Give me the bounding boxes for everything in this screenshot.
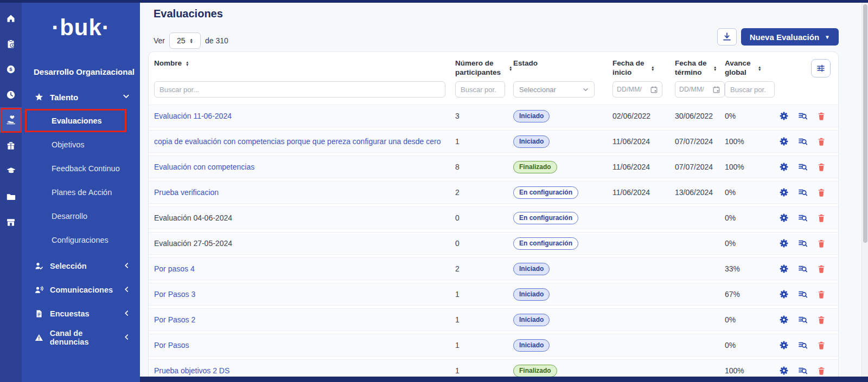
delete-trash-icon[interactable]	[817, 366, 826, 375]
filter-avance-input[interactable]	[725, 81, 775, 98]
sidebar-item-desarrollo[interactable]: Desarrollo	[22, 204, 140, 228]
scrollbar-thumb[interactable]	[863, 4, 867, 243]
detail-search-icon[interactable]	[798, 340, 808, 350]
delete-trash-icon[interactable]	[817, 112, 826, 121]
rail-item-talento[interactable]	[0, 107, 22, 133]
sort-icon[interactable]: ▲▼	[713, 66, 717, 71]
start-date: 11/06/2024	[607, 137, 669, 146]
delete-trash-icon[interactable]	[817, 188, 826, 197]
delete-trash-icon[interactable]	[817, 137, 826, 146]
sidebar-item-planes-de-accion[interactable]: Planes de Acción	[22, 180, 140, 204]
delete-trash-icon[interactable]	[817, 341, 826, 350]
page-size-value: 25	[177, 36, 186, 45]
rail-item-marketplace[interactable]	[0, 209, 22, 235]
evaluation-name-link[interactable]: Evaluación 27-05-2024	[154, 239, 232, 248]
settings-gear-icon[interactable]	[779, 366, 789, 375]
delete-trash-icon[interactable]	[817, 163, 826, 172]
participants-count: 1	[450, 366, 508, 375]
page-size-select[interactable]: 25 ▲▼	[169, 33, 201, 49]
rail-item-home[interactable]	[0, 5, 22, 31]
sidebar-item-talento[interactable]: Talento	[22, 85, 140, 109]
detail-search-icon[interactable]	[798, 238, 808, 248]
progress-value: 100%	[719, 163, 774, 171]
detail-search-icon[interactable]	[798, 315, 808, 325]
sort-icon[interactable]: ▲▼	[186, 61, 189, 66]
vertical-scrollbar[interactable]	[861, 0, 868, 382]
sort-icon[interactable]: ▲▼	[509, 66, 512, 71]
column-header-fecha-inicio[interactable]: Fecha de inicio ▲▼	[612, 59, 675, 77]
filter-participantes-input[interactable]	[455, 81, 505, 98]
rail-item-clock[interactable]	[0, 82, 22, 107]
settings-gear-icon[interactable]	[779, 162, 789, 172]
rail-item-benefits[interactable]	[0, 133, 22, 158]
progress-value: 0%	[719, 315, 774, 324]
settings-gear-icon[interactable]	[779, 264, 789, 274]
detail-search-icon[interactable]	[798, 366, 808, 375]
column-header-nombre[interactable]: Nombre ▲▼	[154, 59, 455, 68]
column-header-fecha-termino[interactable]: Fecha de término ▲▼	[675, 59, 725, 77]
evaluation-name-link[interactable]: Por Pasos 3	[154, 290, 195, 299]
settings-gear-icon[interactable]	[779, 187, 789, 197]
filter-fecha-inicio-input[interactable]: DD/MM/	[612, 81, 662, 98]
detail-search-icon[interactable]	[798, 187, 808, 197]
rail-item-clipboard[interactable]	[0, 31, 22, 56]
evaluation-name-link[interactable]: Prueba objetivos 2 DS	[154, 366, 229, 375]
evaluation-name-link[interactable]: Prueba verificacion	[154, 188, 219, 197]
settings-gear-icon[interactable]	[779, 137, 789, 146]
evaluation-name-link[interactable]: Por pasos 4	[154, 264, 195, 273]
rail-item-money[interactable]: $	[0, 56, 22, 82]
chevron-down-icon	[583, 87, 589, 93]
delete-trash-icon[interactable]	[817, 315, 826, 325]
sidebar-item-comunicaciones[interactable]: Comunicaciones	[22, 278, 140, 302]
status-badge: Iniciado	[513, 135, 550, 148]
sidebar-item-evaluaciones[interactable]: Evaluaciones	[22, 109, 140, 133]
rail-item-documents[interactable]	[0, 184, 22, 209]
download-button[interactable]	[717, 28, 737, 46]
detail-search-icon[interactable]	[798, 137, 808, 146]
evaluation-name-link[interactable]: Evaluación 11-06-2024	[154, 112, 232, 120]
delete-trash-icon[interactable]	[817, 290, 826, 299]
settings-gear-icon[interactable]	[779, 213, 789, 223]
evaluation-name-link[interactable]: Evaluación con competencias	[154, 163, 254, 171]
settings-gear-icon[interactable]	[779, 111, 789, 121]
sort-icon[interactable]: ▲▼	[758, 66, 761, 71]
start-date: 11/06/2024	[607, 163, 669, 171]
sidebar-item-encuestas[interactable]: Encuestas	[22, 302, 140, 326]
sort-icon[interactable]: ▲▼	[651, 66, 654, 71]
sidebar-item-objetivos[interactable]: Objetivos	[22, 133, 140, 157]
detail-search-icon[interactable]	[798, 213, 808, 223]
delete-trash-icon[interactable]	[817, 264, 826, 274]
sidebar-item-configuraciones[interactable]: Configuraciones	[22, 228, 140, 252]
detail-search-icon[interactable]	[798, 111, 808, 121]
detail-search-icon[interactable]	[798, 162, 808, 172]
sidebar-item-seleccion[interactable]: Selección	[22, 254, 140, 278]
settings-gear-icon[interactable]	[779, 289, 789, 299]
evaluation-name-link[interactable]: Por Pasos	[154, 341, 189, 349]
detail-search-icon[interactable]	[798, 289, 808, 299]
settings-gear-icon[interactable]	[779, 238, 789, 248]
evaluation-name-link[interactable]: Evaluación 04-06-2024	[154, 213, 232, 222]
settings-gear-icon[interactable]	[779, 340, 789, 350]
column-header-participantes[interactable]: Número de participantes ▲▼	[455, 59, 513, 77]
chevron-left-icon	[123, 286, 130, 295]
participants-count: 1	[450, 137, 508, 146]
new-evaluation-button[interactable]: Nueva Evaluación ▼	[741, 28, 839, 46]
sidebar-item-canal-de-denuncias[interactable]: Canal de denuncias	[22, 326, 140, 349]
buk-logo: ·buk·	[22, 14, 140, 41]
evaluation-name-link[interactable]: copia de evaluación con competencias por…	[154, 137, 441, 146]
delete-trash-icon[interactable]	[817, 213, 826, 223]
status-badge: Finalizado	[513, 161, 557, 173]
detail-search-icon[interactable]	[798, 264, 808, 274]
column-header-avance-global[interactable]: Avance global ▲▼	[725, 59, 779, 77]
filter-fecha-termino-input[interactable]: DD/MM/	[675, 81, 725, 98]
rail-item-training[interactable]	[0, 158, 22, 184]
evaluation-name-link[interactable]: Por Pasos 2	[154, 315, 195, 324]
filter-nombre-input[interactable]	[154, 81, 445, 98]
page-title: Evaluaciones	[154, 8, 868, 20]
filter-estado-select[interactable]: Seleccionar	[513, 81, 595, 98]
person-check-icon	[35, 262, 43, 270]
delete-trash-icon[interactable]	[817, 239, 826, 248]
sidebar-item-feedback-continuo[interactable]: Feedback Continuo	[22, 157, 140, 180]
column-settings-button[interactable]	[811, 59, 831, 77]
settings-gear-icon[interactable]	[779, 315, 789, 325]
